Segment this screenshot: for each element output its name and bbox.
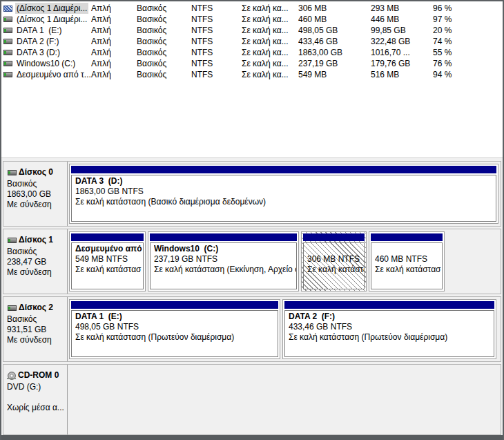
- volume-pct-free: 20 %: [433, 25, 503, 36]
- disk-type: Βασικός: [7, 247, 66, 257]
- disk-row-cdrom: CD-ROM 0 DVD (G:) Χωρίς μέσα α...: [3, 364, 501, 435]
- disk-icon: [3, 17, 12, 22]
- disk-title: Δίσκος 2: [19, 303, 53, 313]
- partition-name: DATA 2 (F:): [289, 312, 494, 322]
- disk-status: Με σύνδεση: [7, 335, 66, 345]
- primary-partition-bar: [371, 233, 443, 241]
- partition-data1[interactable]: DATA 1 (E:) 498,05 GB NTFS Σε καλή κατάσ…: [69, 299, 280, 359]
- volume-status: Σε καλή κα...: [242, 25, 298, 36]
- volume-capacity: 237,19 GB: [298, 58, 371, 69]
- volume-row[interactable]: DATA 3 (D:) Απλή Βασικός NTFS Σε καλή κα…: [1, 47, 503, 58]
- disk-2-info[interactable]: Δίσκος 2 Βασικός 931,51 GB Με σύνδεση: [3, 297, 68, 361]
- disk-icon: [8, 238, 17, 243]
- disk-icon: [3, 72, 12, 77]
- partition-name: [307, 244, 364, 254]
- volume-name: DATA 1 (E:): [15, 25, 64, 36]
- disk-0-info[interactable]: Δίσκος 0 Βασικός 1863,00 GB Με σύνδεση: [3, 162, 68, 226]
- volume-free: 179,76 GB: [371, 58, 433, 69]
- volume-type: Βασικός: [137, 3, 191, 14]
- partition-status: Σε καλή κατάστασ: [375, 265, 442, 275]
- volume-name: DATA 3 (D:): [15, 47, 61, 58]
- volume-fs: NTFS: [191, 58, 242, 69]
- disk-2-region: DATA 1 (E:) 498,05 GB NTFS Σε καλή κατάσ…: [68, 297, 501, 361]
- partition-460mb[interactable]: 460 MB NTFS Σε καλή κατάστασ: [369, 231, 445, 291]
- volume-free: 516 MB: [371, 69, 433, 80]
- partition-windows10[interactable]: Windows10 (C:) 237,19 GB NTFS Σε καλή κα…: [148, 231, 299, 291]
- volume-row[interactable]: DATA 2 (F:) Απλή Βασικός NTFS Σε καλή κα…: [1, 36, 503, 47]
- volume-list: (Δίσκος 1 Διαμέρι... Απλή Βασικός NTFS Σ…: [1, 1, 503, 158]
- disk-icon: [3, 61, 12, 66]
- primary-partition-bar: [71, 166, 496, 173]
- volume-layout: Απλή: [91, 36, 137, 47]
- disk-size: 1863,00 GB: [7, 189, 66, 200]
- primary-partition-bar: [71, 233, 144, 241]
- partition-size: 306 MB NTFS: [307, 254, 364, 265]
- disk-icon: [8, 305, 17, 311]
- volume-status: Σε καλή κα...: [242, 3, 298, 14]
- volume-pct-free: 97 %: [433, 14, 503, 25]
- volume-row[interactable]: Δεσμευμένο από τ... Απλή Βασικός NTFS Σε…: [1, 69, 503, 80]
- volume-row[interactable]: Windows10 (C:) Απλή Βασικός NTFS Σε καλή…: [1, 58, 503, 69]
- partition-size: 460 MB NTFS: [375, 254, 442, 265]
- disk-icon: [8, 170, 17, 175]
- volume-fs: NTFS: [191, 36, 242, 47]
- volume-free: 99,85 GB: [371, 25, 433, 36]
- partition-name: [375, 244, 442, 254]
- disk-management-window: (Δίσκος 1 Διαμέρι... Απλή Βασικός NTFS Σ…: [0, 0, 504, 440]
- volume-fs: NTFS: [191, 14, 242, 25]
- partition-name: DATA 3 (D:): [75, 176, 496, 186]
- disk-icon: [3, 28, 12, 33]
- partition-306mb-selected[interactable]: 306 MB NTFS Σε καλή κατάστα: [301, 231, 367, 291]
- partition-status: Σε καλή κατάσταση (Εκκίνηση, Αρχείο σ: [154, 265, 296, 275]
- volume-capacity: 1863,00 GB: [298, 47, 371, 58]
- disk-title: Δίσκος 0: [19, 167, 53, 178]
- volume-fs: NTFS: [191, 3, 242, 14]
- graphical-view: Δίσκος 0 Βασικός 1863,00 GB Με σύνδεση D…: [1, 158, 503, 435]
- partition-system-reserved[interactable]: Δεσμευμένο από 549 MB NTFS Σε καλή κατάσ…: [69, 231, 146, 291]
- disk-icon: [3, 50, 12, 55]
- disk-1-info[interactable]: Δίσκος 1 Βασικός 238,47 GB Με σύνδεση: [3, 229, 68, 294]
- partition-status: Σε καλή κατάστα: [307, 265, 364, 275]
- disk-row-0: Δίσκος 0 Βασικός 1863,00 GB Με σύνδεση D…: [3, 161, 501, 227]
- partition-data2[interactable]: DATA 2 (F:) 433,46 GB NTFS Σε καλή κατάσ…: [282, 299, 496, 359]
- cdrom-info[interactable]: CD-ROM 0 DVD (G:) Χωρίς μέσα α...: [3, 365, 68, 434]
- volume-capacity: 549 MB: [298, 69, 371, 80]
- volume-status: Σε καλή κα...: [242, 14, 298, 25]
- partition-size: 1863,00 GB NTFS: [75, 186, 496, 197]
- cdrom-region: [68, 365, 501, 434]
- volume-type: Βασικός: [137, 36, 191, 47]
- volume-row[interactable]: DATA 1 (E:) Απλή Βασικός NTFS Σε καλή κα…: [1, 25, 503, 36]
- volume-row[interactable]: (Δίσκος 1 Διαμέρι... Απλή Βασικός NTFS Σ…: [1, 3, 503, 14]
- volume-pct-free: 94 %: [433, 69, 503, 80]
- volume-layout: Απλή: [91, 14, 137, 25]
- volume-pct-free: 74 %: [433, 36, 503, 47]
- partition-status: Σε καλή κατάστασ: [75, 265, 143, 275]
- volume-layout: Απλή: [91, 3, 137, 14]
- volume-row[interactable]: (Δίσκος 1 Διαμέρι... Απλή Βασικός NTFS Σ…: [1, 14, 503, 25]
- disk-title: Δίσκος 1: [19, 235, 53, 245]
- volume-status: Σε καλή κα...: [242, 36, 298, 47]
- disk-0-region: DATA 3 (D:) 1863,00 GB NTFS Σε καλή κατά…: [68, 162, 501, 226]
- partition-size: 433,46 GB NTFS: [289, 322, 494, 332]
- volume-layout: Απλή: [91, 58, 137, 69]
- primary-partition-bar: [150, 233, 297, 241]
- volume-type: Βασικός: [137, 25, 191, 36]
- disk-type: DVD (G:): [7, 382, 66, 392]
- volume-capacity: 306 MB: [298, 3, 371, 14]
- volume-status: Σε καλή κα...: [242, 47, 298, 58]
- disk-type: Βασικός: [7, 314, 66, 325]
- disk-status: Με σύνδεση: [7, 200, 66, 210]
- volume-free: 293 MB: [371, 3, 433, 14]
- volume-layout: Απλή: [91, 69, 137, 80]
- partition-size: 498,05 GB NTFS: [75, 322, 278, 332]
- disk-status: Χωρίς μέσα α...: [7, 403, 66, 413]
- disk-1-region: Δεσμευμένο από 549 MB NTFS Σε καλή κατάσ…: [68, 229, 501, 294]
- partition-hatched-icon: [3, 6, 12, 12]
- disk-status: Με σύνδεση: [7, 267, 66, 278]
- partition-name: Windows10 (C:): [154, 244, 296, 254]
- window-bottom-edge: [1, 435, 503, 440]
- volume-name: Windows10 (C:): [15, 58, 77, 69]
- volume-fs: NTFS: [191, 69, 242, 80]
- partition-data3[interactable]: DATA 3 (D:) 1863,00 GB NTFS Σε καλή κατά…: [69, 164, 498, 224]
- volume-name: (Δίσκος 1 Διαμέρι...: [15, 14, 88, 25]
